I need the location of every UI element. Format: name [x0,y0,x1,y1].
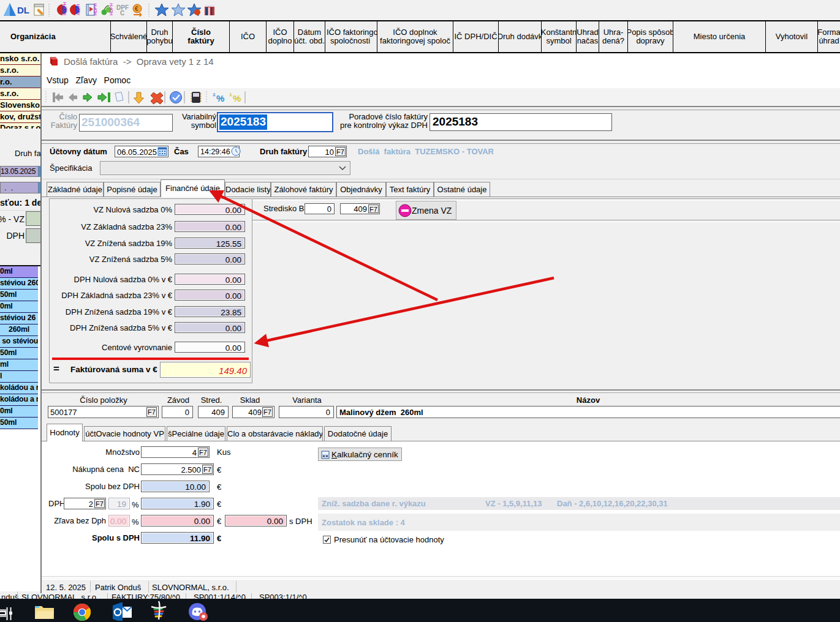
svg-text:DL: DL [17,5,29,15]
svg-text:%: % [216,93,224,103]
svg-text:HDPH: HDPH [93,3,97,15]
svg-text:xDPH: xDPH [76,4,80,15]
svg-text:ICDPH: ICDPH [62,2,67,15]
svg-text:±: ± [213,91,216,97]
svg-text:%: % [233,93,241,103]
svg-text:C: C [120,10,124,17]
svg-text:HDPH: HDPH [109,3,113,15]
svg-text:€: € [135,6,138,12]
svg-text:±: ± [229,91,232,97]
